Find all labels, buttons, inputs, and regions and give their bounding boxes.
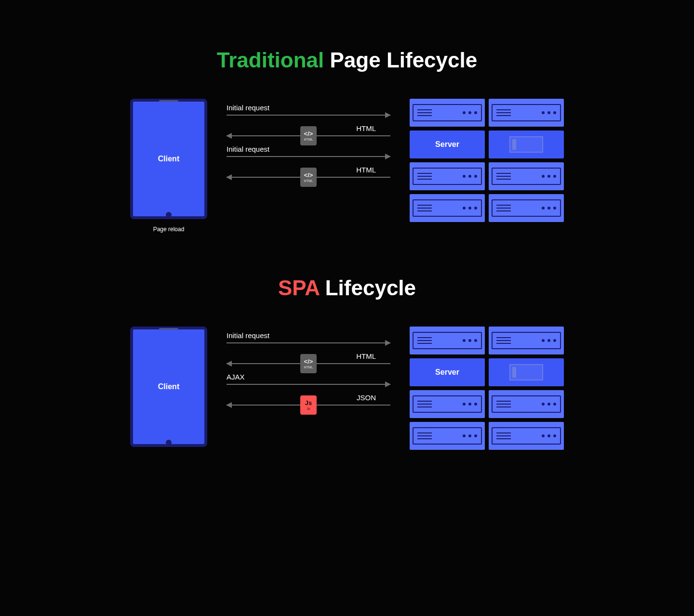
arrow-label: Initial request [227, 145, 390, 153]
server-rack-icon [489, 390, 564, 418]
file-glyph: </> [304, 131, 313, 137]
title-rest: Page Lifecycle [330, 48, 477, 72]
html-file-icon: </> HTML [300, 354, 317, 373]
client-column: Client [130, 327, 207, 447]
arrows-column-2: Initial request HTML </> HTML AJAX JSON [227, 327, 390, 414]
file-glyph: </> [304, 358, 313, 365]
arrow-row: Initial request [227, 104, 390, 116]
client-phone-icon: Client [130, 99, 207, 219]
html-file-icon: </> HTML [300, 126, 317, 145]
file-caption: HTML [304, 138, 313, 141]
client-label: Client [158, 155, 179, 163]
server-rack-icon [489, 422, 564, 450]
arrow-right-icon [227, 342, 390, 343]
arrow-left-icon: Js Js [227, 405, 390, 406]
file-caption: HTML [304, 179, 313, 183]
arrow-row: HTML </> HTML [227, 352, 390, 364]
client-caption: Page reload [130, 226, 207, 233]
server-rack-icon [489, 99, 564, 127]
title-accent: SPA [278, 276, 320, 300]
server-label: Server [410, 131, 485, 158]
server-rack-icon [489, 194, 564, 222]
server-rack-icon [410, 390, 485, 418]
file-glyph: </> [304, 172, 313, 178]
diagram-spa: Client Initial request HTML </> HTML AJA… [66, 327, 628, 450]
arrow-left-icon: </> HTML [227, 363, 390, 364]
arrows-column-1: Initial request HTML </> HTML Initial re… [227, 99, 390, 186]
arrow-label: Initial request [227, 104, 390, 112]
arrow-left-icon: </> HTML [227, 135, 390, 136]
server-column: Server [410, 327, 564, 450]
title-accent: Traditional [217, 48, 324, 72]
arrow-row: HTML </> HTML [227, 166, 390, 178]
file-glyph: Js [305, 400, 312, 406]
file-caption: HTML [304, 366, 313, 369]
server-rack-icon [410, 327, 485, 354]
title-traditional: Traditional Page Lifecycle [66, 48, 628, 72]
arrow-row: AJAX [227, 373, 390, 385]
server-monitor-icon [489, 131, 564, 158]
arrow-row: Initial request [227, 331, 390, 343]
server-rack-icon [410, 99, 485, 127]
arrow-right-icon [227, 156, 390, 157]
title-rest: Lifecycle [325, 276, 416, 300]
arrow-left-icon: </> HTML [227, 177, 390, 178]
server-rack-icon [410, 162, 485, 190]
arrow-row: JSON Js Js [227, 393, 390, 406]
html-file-icon: </> HTML [300, 168, 317, 187]
server-rack-icon [410, 194, 485, 222]
client-column: Client Page reload [130, 99, 207, 233]
server-rack-icon [489, 162, 564, 190]
server-column: Server [410, 99, 564, 222]
client-label: Client [158, 382, 179, 391]
arrow-row: Initial request [227, 145, 390, 157]
arrow-right-icon [227, 115, 390, 116]
arrow-row: HTML </> HTML [227, 124, 390, 136]
server-monitor-icon [489, 358, 564, 386]
title-spa: SPA Lifecycle [66, 276, 628, 300]
server-rack-icon [410, 422, 485, 450]
file-caption: Js [307, 407, 310, 410]
client-phone-icon: Client [130, 327, 207, 447]
arrow-right-icon [227, 384, 390, 385]
arrow-label: AJAX [227, 373, 390, 381]
arrow-label: Initial request [227, 331, 390, 340]
js-file-icon: Js Js [300, 395, 317, 415]
server-rack-icon [489, 327, 564, 354]
diagram-traditional: Client Page reload Initial request HTML … [66, 99, 628, 233]
server-label: Server [410, 358, 485, 386]
